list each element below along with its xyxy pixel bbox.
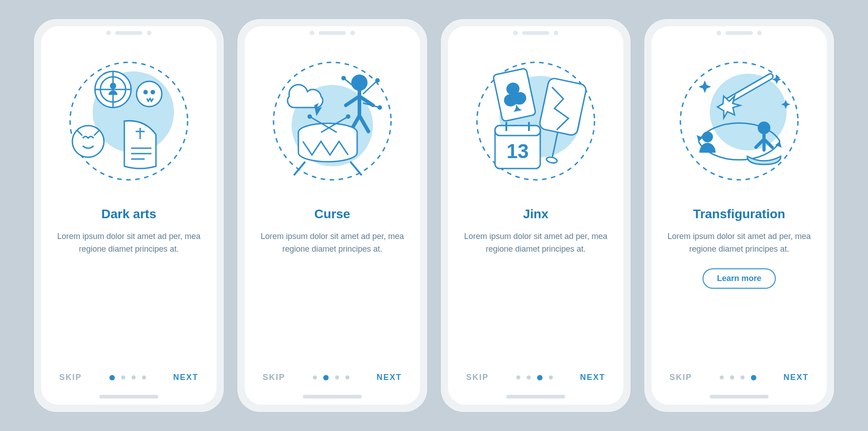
svg-point-44	[758, 122, 770, 134]
phone-notch	[310, 31, 355, 35]
curse-icon	[264, 53, 400, 189]
next-button[interactable]: NEXT	[173, 373, 198, 382]
dot-1[interactable]	[720, 375, 724, 379]
transfiguration-icon	[671, 53, 807, 189]
sensor-dot	[554, 31, 558, 35]
screen-description: Lorem ipsum dolor sit amet ad per, mea r…	[463, 230, 608, 256]
phone-notch	[717, 31, 762, 35]
onboarding-screen-dark-arts: Dark arts Lorem ipsum dolor sit amet ad …	[41, 26, 217, 405]
home-indicator	[710, 395, 769, 398]
dot-3[interactable]	[537, 375, 542, 380]
speaker-slot	[522, 31, 549, 35]
home-indicator	[303, 395, 362, 398]
dot-1[interactable]	[313, 375, 317, 379]
screen-title: Jinx	[523, 207, 548, 221]
screen-description: Lorem ipsum dolor sit amet ad per, mea r…	[260, 230, 405, 256]
phone-frame: Transfiguration Lorem ipsum dolor sit am…	[644, 19, 834, 412]
dot-1[interactable]	[109, 375, 115, 380]
onboarding-nav: SKIP NEXT	[41, 373, 217, 382]
svg-point-6	[110, 83, 116, 89]
svg-point-9	[151, 90, 155, 94]
svg-point-27	[307, 114, 312, 119]
dot-2[interactable]	[730, 375, 734, 379]
camera-dot	[513, 31, 518, 35]
dot-3[interactable]	[335, 375, 339, 379]
screen-title: Curse	[314, 207, 350, 221]
camera-dot	[717, 31, 721, 35]
speaker-slot	[319, 31, 346, 35]
home-indicator	[506, 395, 565, 398]
dot-4[interactable]	[549, 375, 553, 379]
svg-point-18	[351, 75, 368, 91]
phone-frame: 13 Jinx Lorem ipsum dolor sit amet ad pe…	[441, 19, 631, 412]
onboarding-screen-curse: Curse Lorem ipsum dolor sit amet ad per,…	[245, 26, 420, 405]
onboarding-nav: SKIP NEXT	[448, 373, 623, 382]
skip-button[interactable]: SKIP	[263, 373, 285, 382]
jinx-icon: 13	[468, 53, 604, 189]
svg-rect-37	[495, 126, 540, 136]
dot-4[interactable]	[142, 375, 146, 379]
screen-title: Dark arts	[101, 207, 156, 221]
dot-3[interactable]	[741, 375, 745, 379]
calendar-number: 13	[507, 140, 529, 162]
sensor-dot	[147, 31, 151, 35]
pagination-dots	[109, 375, 146, 380]
sensor-dot	[757, 31, 762, 35]
svg-point-43	[702, 131, 713, 142]
next-button[interactable]: NEXT	[783, 373, 809, 382]
screen-title: Transfiguration	[693, 207, 785, 221]
camera-dot	[310, 31, 314, 35]
next-button[interactable]: NEXT	[580, 373, 605, 382]
dot-2[interactable]	[121, 375, 125, 379]
pagination-dots	[516, 375, 553, 380]
phone-notch	[106, 31, 151, 35]
onboarding-nav: SKIP NEXT	[651, 373, 827, 382]
svg-point-35	[546, 156, 557, 164]
speaker-slot	[726, 31, 753, 35]
dot-3[interactable]	[132, 375, 136, 379]
svg-point-8	[143, 90, 148, 94]
skip-button[interactable]: SKIP	[59, 373, 82, 382]
dot-2[interactable]	[527, 375, 531, 379]
screen-description: Lorem ipsum dolor sit amet ad per, mea r…	[667, 230, 811, 256]
skip-button[interactable]: SKIP	[466, 373, 489, 382]
onboarding-screen-transfiguration: Transfiguration Lorem ipsum dolor sit am…	[651, 26, 827, 405]
onboarding-row: Dark arts Lorem ipsum dolor sit amet ad …	[16, 1, 852, 430]
onboarding-nav: SKIP NEXT	[245, 373, 420, 382]
learn-more-button[interactable]: Learn more	[703, 268, 776, 289]
svg-point-7	[137, 81, 162, 107]
dark-arts-icon	[61, 53, 197, 189]
phone-frame: Curse Lorem ipsum dolor sit amet ad per,…	[237, 19, 427, 412]
sensor-dot	[350, 31, 355, 35]
onboarding-screen-jinx: 13 Jinx Lorem ipsum dolor sit amet ad pe…	[448, 26, 623, 405]
next-button[interactable]: NEXT	[377, 373, 402, 382]
home-indicator	[99, 395, 158, 398]
phone-frame: Dark arts Lorem ipsum dolor sit amet ad …	[34, 19, 224, 412]
svg-point-41	[710, 74, 787, 150]
camera-dot	[106, 31, 111, 35]
screen-description: Lorem ipsum dolor sit amet ad per, mea r…	[57, 230, 201, 256]
pagination-dots	[720, 375, 756, 380]
skip-button[interactable]: SKIP	[670, 373, 692, 382]
speaker-slot	[115, 31, 142, 35]
dot-2[interactable]	[323, 375, 329, 380]
svg-point-29	[346, 114, 350, 119]
pagination-dots	[313, 375, 349, 380]
dot-4[interactable]	[345, 375, 349, 379]
dot-1[interactable]	[516, 375, 520, 379]
phone-notch	[513, 31, 558, 35]
dot-4[interactable]	[751, 375, 756, 380]
